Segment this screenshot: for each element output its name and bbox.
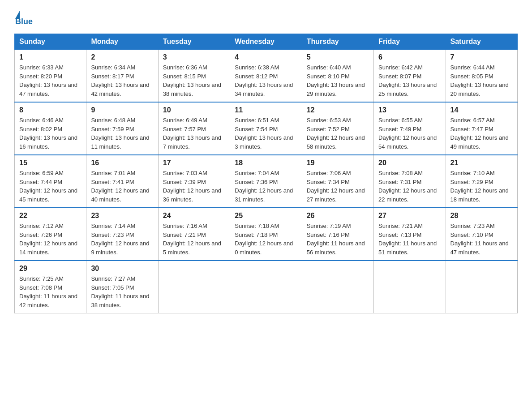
column-header-thursday: Thursday (302, 34, 373, 50)
day-number: 25 (235, 212, 297, 220)
calendar-week-row: 29Sunrise: 7:25 AM Sunset: 7:08 PM Dayli… (15, 261, 518, 313)
day-number: 24 (163, 212, 225, 220)
day-number: 8 (19, 106, 82, 114)
day-number: 7 (450, 53, 513, 61)
day-number: 26 (307, 212, 369, 220)
calendar-day-cell: 18Sunrise: 7:04 AM Sunset: 7:36 PM Dayli… (230, 155, 302, 208)
calendar-week-row: 8Sunrise: 6:46 AM Sunset: 8:02 PM Daylig… (15, 102, 518, 155)
calendar-week-row: 15Sunrise: 6:59 AM Sunset: 7:44 PM Dayli… (15, 155, 518, 208)
day-info: Sunrise: 7:21 AM Sunset: 7:13 PM Dayligh… (378, 222, 441, 257)
calendar-day-cell: 22Sunrise: 7:12 AM Sunset: 7:26 PM Dayli… (15, 208, 86, 261)
day-number: 5 (307, 53, 369, 61)
day-info: Sunrise: 6:36 AM Sunset: 8:15 PM Dayligh… (163, 63, 225, 98)
day-number: 22 (19, 212, 82, 220)
day-number: 10 (163, 106, 225, 114)
column-header-friday: Friday (374, 34, 446, 50)
calendar-day-cell: 21Sunrise: 7:10 AM Sunset: 7:29 PM Dayli… (446, 155, 517, 208)
day-info: Sunrise: 7:27 AM Sunset: 7:05 PM Dayligh… (91, 274, 153, 309)
day-info: Sunrise: 7:08 AM Sunset: 7:31 PM Dayligh… (378, 169, 441, 204)
calendar-day-cell: 17Sunrise: 7:03 AM Sunset: 7:39 PM Dayli… (158, 155, 230, 208)
calendar-day-cell: 14Sunrise: 6:57 AM Sunset: 7:47 PM Dayli… (446, 102, 517, 155)
calendar-day-cell: 24Sunrise: 7:16 AM Sunset: 7:21 PM Dayli… (158, 208, 230, 261)
day-info: Sunrise: 7:03 AM Sunset: 7:39 PM Dayligh… (163, 169, 225, 204)
day-info: Sunrise: 6:46 AM Sunset: 8:02 PM Dayligh… (19, 116, 82, 151)
column-header-saturday: Saturday (446, 34, 517, 50)
calendar-day-cell: 10Sunrise: 6:49 AM Sunset: 7:57 PM Dayli… (158, 102, 230, 155)
day-number: 29 (19, 265, 82, 273)
calendar-week-row: 22Sunrise: 7:12 AM Sunset: 7:26 PM Dayli… (15, 208, 518, 261)
day-number: 1 (19, 53, 82, 61)
day-number: 23 (91, 212, 153, 220)
calendar-day-cell: 13Sunrise: 6:55 AM Sunset: 7:49 PM Dayli… (374, 102, 446, 155)
day-number: 12 (307, 106, 369, 114)
day-number: 9 (91, 106, 153, 114)
day-info: Sunrise: 7:19 AM Sunset: 7:16 PM Dayligh… (307, 222, 369, 257)
day-info: Sunrise: 6:40 AM Sunset: 8:10 PM Dayligh… (307, 63, 369, 98)
calendar-empty-cell (158, 261, 230, 313)
day-number: 15 (19, 159, 82, 167)
calendar-day-cell: 15Sunrise: 6:59 AM Sunset: 7:44 PM Dayli… (15, 155, 86, 208)
day-number: 18 (235, 159, 297, 167)
calendar-day-cell: 12Sunrise: 6:53 AM Sunset: 7:52 PM Dayli… (302, 102, 373, 155)
calendar-day-cell: 25Sunrise: 7:18 AM Sunset: 7:18 PM Dayli… (230, 208, 302, 261)
day-number: 27 (378, 212, 441, 220)
day-info: Sunrise: 6:57 AM Sunset: 7:47 PM Dayligh… (450, 116, 513, 151)
calendar-day-cell: 30Sunrise: 7:27 AM Sunset: 7:05 PM Dayli… (86, 261, 158, 313)
day-info: Sunrise: 7:16 AM Sunset: 7:21 PM Dayligh… (163, 222, 225, 257)
day-info: Sunrise: 6:44 AM Sunset: 8:05 PM Dayligh… (450, 63, 513, 98)
calendar-day-cell: 1Sunrise: 6:33 AM Sunset: 8:20 PM Daylig… (15, 50, 86, 103)
calendar-day-cell: 23Sunrise: 7:14 AM Sunset: 7:23 PM Dayli… (86, 208, 158, 261)
calendar-day-cell: 11Sunrise: 6:51 AM Sunset: 7:54 PM Dayli… (230, 102, 302, 155)
day-info: Sunrise: 6:59 AM Sunset: 7:44 PM Dayligh… (19, 169, 82, 204)
calendar-table: SundayMondayTuesdayWednesdayThursdayFrid… (14, 34, 518, 313)
day-info: Sunrise: 7:18 AM Sunset: 7:18 PM Dayligh… (235, 222, 297, 257)
calendar-day-cell: 19Sunrise: 7:06 AM Sunset: 7:34 PM Dayli… (302, 155, 373, 208)
column-header-monday: Monday (86, 34, 158, 50)
calendar-day-cell: 27Sunrise: 7:21 AM Sunset: 7:13 PM Dayli… (374, 208, 446, 261)
day-info: Sunrise: 7:01 AM Sunset: 7:41 PM Dayligh… (91, 169, 153, 204)
day-info: Sunrise: 6:42 AM Sunset: 8:07 PM Dayligh… (378, 63, 441, 98)
day-info: Sunrise: 7:06 AM Sunset: 7:34 PM Dayligh… (307, 169, 369, 204)
day-number: 14 (450, 106, 513, 114)
calendar-day-cell: 8Sunrise: 6:46 AM Sunset: 8:02 PM Daylig… (15, 102, 86, 155)
calendar-day-cell: 5Sunrise: 6:40 AM Sunset: 8:10 PM Daylig… (302, 50, 373, 103)
calendar-empty-cell (374, 261, 446, 313)
column-header-wednesday: Wednesday (230, 34, 302, 50)
calendar-day-cell: 7Sunrise: 6:44 AM Sunset: 8:05 PM Daylig… (446, 50, 517, 103)
calendar-day-cell: 20Sunrise: 7:08 AM Sunset: 7:31 PM Dayli… (374, 155, 446, 208)
day-number: 17 (163, 159, 225, 167)
day-number: 30 (91, 265, 153, 273)
calendar-day-cell: 28Sunrise: 7:23 AM Sunset: 7:10 PM Dayli… (446, 208, 517, 261)
logo: Blue (14, 11, 33, 26)
day-info: Sunrise: 7:14 AM Sunset: 7:23 PM Dayligh… (91, 222, 153, 257)
calendar-header-row: SundayMondayTuesdayWednesdayThursdayFrid… (15, 34, 518, 50)
day-number: 3 (163, 53, 225, 61)
page-header: Blue (14, 11, 518, 26)
day-number: 11 (235, 106, 297, 114)
day-info: Sunrise: 7:10 AM Sunset: 7:29 PM Dayligh… (450, 169, 513, 204)
day-number: 20 (378, 159, 441, 167)
day-info: Sunrise: 6:38 AM Sunset: 8:12 PM Dayligh… (235, 63, 297, 98)
day-info: Sunrise: 6:33 AM Sunset: 8:20 PM Dayligh… (19, 63, 82, 98)
day-number: 28 (450, 212, 513, 220)
day-number: 13 (378, 106, 441, 114)
day-info: Sunrise: 6:53 AM Sunset: 7:52 PM Dayligh… (307, 116, 369, 151)
column-header-sunday: Sunday (15, 34, 86, 50)
calendar-day-cell: 29Sunrise: 7:25 AM Sunset: 7:08 PM Dayli… (15, 261, 86, 313)
day-number: 4 (235, 53, 297, 61)
day-info: Sunrise: 6:34 AM Sunset: 8:17 PM Dayligh… (91, 63, 153, 98)
calendar-day-cell: 16Sunrise: 7:01 AM Sunset: 7:41 PM Dayli… (86, 155, 158, 208)
calendar-day-cell: 6Sunrise: 6:42 AM Sunset: 8:07 PM Daylig… (374, 50, 446, 103)
calendar-week-row: 1Sunrise: 6:33 AM Sunset: 8:20 PM Daylig… (15, 50, 518, 103)
day-info: Sunrise: 6:48 AM Sunset: 7:59 PM Dayligh… (91, 116, 153, 151)
day-info: Sunrise: 7:12 AM Sunset: 7:26 PM Dayligh… (19, 222, 82, 257)
day-number: 16 (91, 159, 153, 167)
day-info: Sunrise: 6:51 AM Sunset: 7:54 PM Dayligh… (235, 116, 297, 151)
day-number: 6 (378, 53, 441, 61)
day-number: 21 (450, 159, 513, 167)
calendar-day-cell: 26Sunrise: 7:19 AM Sunset: 7:16 PM Dayli… (302, 208, 373, 261)
calendar-day-cell: 9Sunrise: 6:48 AM Sunset: 7:59 PM Daylig… (86, 102, 158, 155)
calendar-empty-cell (302, 261, 373, 313)
calendar-day-cell: 2Sunrise: 6:34 AM Sunset: 8:17 PM Daylig… (86, 50, 158, 103)
day-info: Sunrise: 6:55 AM Sunset: 7:49 PM Dayligh… (378, 116, 441, 151)
